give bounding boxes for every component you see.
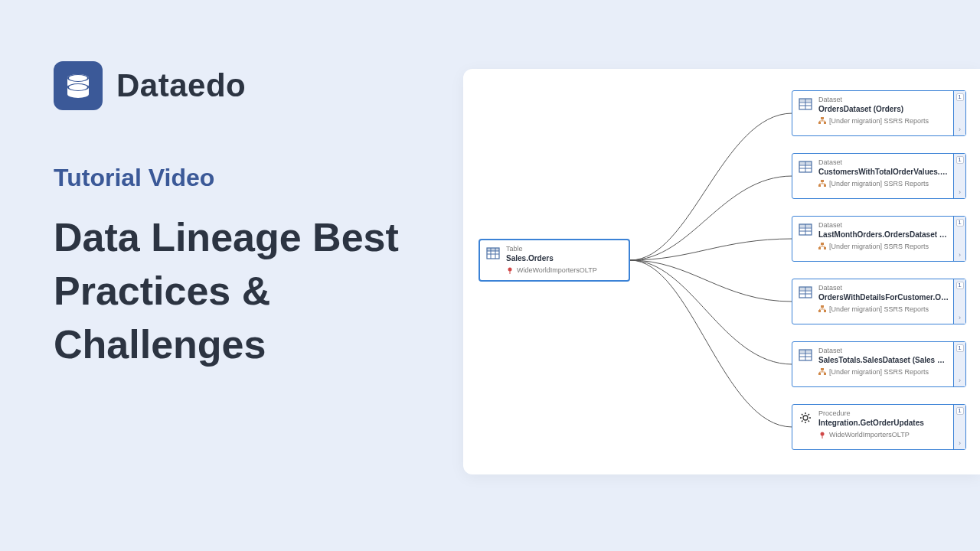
lineage-target-node[interactable]: Dataset SalesTotals.SalesDataset (Sales … xyxy=(792,341,966,387)
target-node-source: [Under migration] SSRS Reports xyxy=(818,242,949,252)
lineage-target-node[interactable]: Dataset OrdersWithDetailsForCustomer.Ord… xyxy=(792,279,966,324)
svg-rect-54 xyxy=(818,373,821,375)
svg-rect-29 xyxy=(821,180,824,182)
logo-row: Dataedo xyxy=(54,61,421,110)
target-node-type: Dataset xyxy=(818,284,949,292)
target-node-title: SalesTotals.SalesDataset (Sales Totals) xyxy=(818,355,949,365)
target-node-source: [Under migration] SSRS Reports xyxy=(818,116,949,126)
source-node-title: Sales.Orders xyxy=(506,253,622,263)
target-node-content: Dataset OrdersDataset (Orders) [Under mi… xyxy=(818,96,949,131)
badge-count: 1 xyxy=(956,156,964,164)
dataset-icon xyxy=(799,97,812,111)
svg-point-4 xyxy=(69,75,87,81)
target-expand-badge[interactable]: 1 › xyxy=(953,217,965,261)
svg-rect-45 xyxy=(821,305,824,308)
pin-icon xyxy=(506,266,514,274)
lineage-target-node[interactable]: Dataset OrdersDataset (Orders) [Under mi… xyxy=(792,90,966,136)
lineage-target-node[interactable]: Procedure Integration.GetOrderUpdates Wi… xyxy=(792,404,966,450)
chevron-right-icon: › xyxy=(959,126,961,133)
target-expand-badge[interactable]: 1 › xyxy=(953,342,965,386)
svg-rect-28 xyxy=(799,161,812,165)
target-expand-badge[interactable]: 1 › xyxy=(953,279,965,324)
dataset-icon xyxy=(799,160,812,174)
lineage-connectors xyxy=(630,69,792,474)
svg-rect-21 xyxy=(821,117,824,119)
target-expand-badge[interactable]: 1 › xyxy=(953,405,965,449)
procedure-icon xyxy=(799,411,812,425)
badge-count: 1 xyxy=(956,219,964,227)
brand-name: Dataedo xyxy=(116,67,246,104)
target-expand-badge[interactable]: 1 › xyxy=(953,154,965,198)
svg-rect-38 xyxy=(818,247,821,249)
org-icon xyxy=(818,117,826,125)
target-node-source: WideWorldImportersOLTP xyxy=(818,430,949,440)
badge-count: 1 xyxy=(956,407,964,415)
badge-count: 1 xyxy=(956,93,964,101)
svg-rect-14 xyxy=(487,248,499,251)
svg-rect-30 xyxy=(818,184,821,187)
svg-rect-47 xyxy=(824,310,826,312)
target-node-type: Dataset xyxy=(818,347,949,355)
target-node-content: Dataset OrdersWithDetailsForCustomer.Ord… xyxy=(818,284,949,319)
target-node-type: Dataset xyxy=(818,158,949,167)
source-node-type: Table xyxy=(506,245,622,253)
svg-rect-53 xyxy=(821,368,824,370)
svg-point-56 xyxy=(803,416,808,420)
badge-count: 1 xyxy=(956,282,964,289)
target-node-source: [Under migration] SSRS Reports xyxy=(818,367,949,377)
chevron-right-icon: › xyxy=(959,188,961,196)
target-node-content: Dataset CustomersWithTotalOrderValues.Cu… xyxy=(818,158,949,194)
lineage-target-node[interactable]: Dataset LastMonthOrders.OrdersDataset (L… xyxy=(792,216,966,262)
target-expand-badge[interactable]: 1 › xyxy=(953,91,965,135)
chevron-right-icon: › xyxy=(959,314,961,321)
badge-count: 1 xyxy=(956,344,964,352)
target-node-type: Procedure xyxy=(818,409,949,418)
target-node-source: [Under migration] SSRS Reports xyxy=(818,305,949,315)
org-icon xyxy=(818,180,826,187)
svg-rect-55 xyxy=(824,373,826,375)
svg-rect-22 xyxy=(818,122,821,124)
target-node-content: Dataset SalesTotals.SalesDataset (Sales … xyxy=(818,347,949,382)
svg-rect-31 xyxy=(824,184,826,187)
svg-rect-46 xyxy=(818,310,821,312)
source-node-content: Table Sales.Orders WideWorldImportersOLT… xyxy=(506,245,622,276)
dataset-icon xyxy=(799,223,812,236)
svg-rect-23 xyxy=(824,122,826,124)
target-node-title: OrdersWithDetailsForCustomer.OrdersDatas… xyxy=(818,292,949,302)
svg-rect-36 xyxy=(799,224,812,227)
svg-point-57 xyxy=(821,432,825,436)
chevron-right-icon: › xyxy=(959,439,961,447)
lineage-target-node[interactable]: Dataset CustomersWithTotalOrderValues.Cu… xyxy=(792,153,966,199)
svg-rect-37 xyxy=(821,243,824,245)
svg-rect-39 xyxy=(824,247,826,249)
subtitle: Tutorial Video xyxy=(54,164,421,192)
org-icon xyxy=(818,305,826,313)
lineage-target-list: Dataset OrdersDataset (Orders) [Under mi… xyxy=(792,90,966,450)
database-icon xyxy=(63,70,93,101)
svg-point-6 xyxy=(67,90,89,98)
dataset-icon xyxy=(799,285,812,299)
lineage-source-node[interactable]: Table Sales.Orders WideWorldImportersOLT… xyxy=(479,239,630,282)
main-title: Data Lineage Best Practices & Challenges xyxy=(54,210,421,372)
target-node-title: Integration.GetOrderUpdates xyxy=(818,418,949,428)
target-node-source: [Under migration] SSRS Reports xyxy=(818,179,949,189)
left-hero-panel: Dataedo Tutorial Video Data Lineage Best… xyxy=(54,61,421,372)
svg-rect-52 xyxy=(799,350,812,353)
svg-rect-20 xyxy=(799,99,812,102)
org-icon xyxy=(818,368,826,376)
target-node-type: Dataset xyxy=(818,221,949,230)
table-icon xyxy=(486,246,500,260)
target-node-content: Procedure Integration.GetOrderUpdates Wi… xyxy=(818,409,949,445)
chevron-right-icon: › xyxy=(959,251,961,259)
org-icon xyxy=(818,243,826,250)
target-node-title: CustomersWithTotalOrderValues.CustomersD… xyxy=(818,167,949,177)
lineage-diagram-panel: Table Sales.Orders WideWorldImportersOLT… xyxy=(463,69,980,474)
target-node-title: LastMonthOrders.OrdersDataset (Last Mont… xyxy=(818,230,949,240)
svg-rect-44 xyxy=(799,287,812,290)
source-node-db: WideWorldImportersOLTP xyxy=(506,266,622,276)
target-node-content: Dataset LastMonthOrders.OrdersDataset (L… xyxy=(818,221,949,256)
pin-icon xyxy=(818,431,826,439)
dataset-icon xyxy=(799,348,812,362)
target-node-type: Dataset xyxy=(818,96,949,104)
chevron-right-icon: › xyxy=(959,377,961,384)
